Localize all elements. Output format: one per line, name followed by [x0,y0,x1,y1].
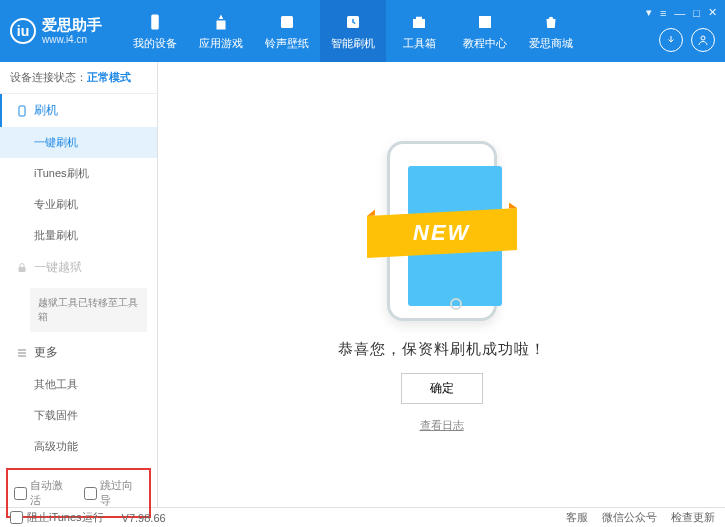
auto-activate-checkbox[interactable]: 自动激活 [14,478,74,508]
user-button[interactable] [691,28,715,52]
app-header: iu 爱思助手 www.i4.cn 我的设备 应用游戏 铃声壁纸 智能刷机 工具… [0,0,725,62]
svg-rect-0 [151,14,159,29]
list-icon[interactable]: ≡ [660,7,666,19]
nav-store[interactable]: 爱思商城 [518,0,584,62]
new-banner: NEW [367,208,517,258]
close-icon[interactable]: ✕ [708,6,717,19]
sidebar-oneclick-flash[interactable]: 一键刷机 [0,127,157,158]
sidebar-more[interactable]: 更多 [0,336,157,369]
nav-my-device[interactable]: 我的设备 [122,0,188,62]
sidebar-advanced[interactable]: 高级功能 [0,431,157,462]
support-link[interactable]: 客服 [566,510,588,525]
nav-apps[interactable]: 应用游戏 [188,0,254,62]
titlebar-controls: ▾ ≡ — □ ✕ [646,6,717,19]
nav-tutorials[interactable]: 教程中心 [452,0,518,62]
wechat-link[interactable]: 微信公众号 [602,510,657,525]
download-button[interactable] [659,28,683,52]
ok-button[interactable]: 确定 [401,373,483,404]
svg-rect-5 [19,267,26,272]
sidebar-jailbreak: 一键越狱 [0,251,157,284]
device-icon [145,12,165,32]
sidebar-other-tools[interactable]: 其他工具 [0,369,157,400]
logo: iu 爱思助手 www.i4.cn [10,17,102,45]
wallpaper-icon [277,12,297,32]
nav-ringtones[interactable]: 铃声壁纸 [254,0,320,62]
sidebar-itunes-flash[interactable]: iTunes刷机 [0,158,157,189]
success-message: 恭喜您，保资料刷机成功啦！ [338,340,546,359]
update-link[interactable]: 检查更新 [671,510,715,525]
nav-toolbox[interactable]: 工具箱 [386,0,452,62]
svg-rect-1 [281,16,293,28]
jailbreak-note: 越狱工具已转移至工具箱 [30,288,147,332]
store-icon [541,12,561,32]
maximize-icon[interactable]: □ [693,7,700,19]
menu-icon[interactable]: ▾ [646,6,652,19]
block-itunes-checkbox[interactable]: 阻止iTunes运行 [10,510,104,525]
toolbox-icon [409,12,429,32]
connection-status: 设备连接状态：正常模式 [0,62,157,94]
book-icon [475,12,495,32]
minimize-icon[interactable]: — [674,7,685,19]
svg-rect-4 [19,106,25,116]
sidebar-batch-flash[interactable]: 批量刷机 [0,220,157,251]
skip-setup-checkbox[interactable]: 跳过向导 [84,478,144,508]
lock-icon [16,262,28,274]
app-url: www.i4.cn [42,34,102,45]
view-log-link[interactable]: 查看日志 [420,418,464,433]
sidebar-pro-flash[interactable]: 专业刷机 [0,189,157,220]
logo-icon: iu [10,18,36,44]
success-illustration: NEW [377,136,507,326]
sidebar-download-firmware[interactable]: 下载固件 [0,400,157,431]
sidebar: 设备连接状态：正常模式 刷机 一键刷机 iTunes刷机 专业刷机 批量刷机 一… [0,62,158,507]
flash-section-icon [16,105,28,117]
svg-point-3 [701,36,705,40]
more-icon [16,347,28,359]
top-nav: 我的设备 应用游戏 铃声壁纸 智能刷机 工具箱 教程中心 爱思商城 [122,0,584,62]
version-label: V7.98.66 [122,512,166,524]
nav-smart-flash[interactable]: 智能刷机 [320,0,386,62]
sidebar-flash[interactable]: 刷机 [0,94,157,127]
flash-icon [343,12,363,32]
main-content: NEW 恭喜您，保资料刷机成功啦！ 确定 查看日志 [158,62,725,507]
app-title: 爱思助手 [42,17,102,34]
apps-icon [211,12,231,32]
